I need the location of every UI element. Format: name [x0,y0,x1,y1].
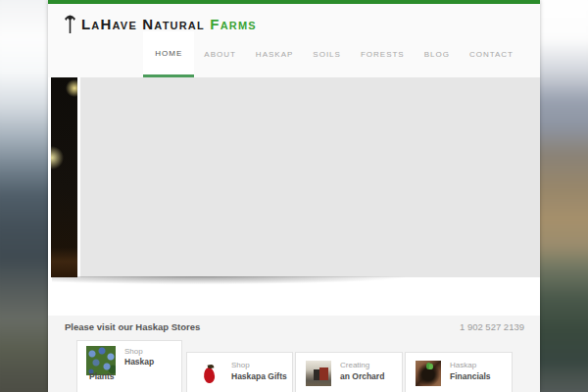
nav-item-contact[interactable]: Contact [460,31,523,77]
seedling-hands-image [416,361,441,386]
berry-stem [208,364,215,368]
store-card-title: an Orchard [340,371,384,381]
site-header: LaHave Natural Farms Home About Haskap S… [48,4,540,77]
phone-number: 1 902 527 2139 [460,321,524,332]
logo-text: LaHave Natural Farms [81,16,257,32]
store-card-label: Creating [340,361,369,369]
store-card-title: Haskap [124,357,154,367]
store-card-haskapa-gifts[interactable]: Shop Haskapa Gifts [186,352,293,392]
store-card-title-wrap: Plants [89,371,115,381]
hero-drop-shadow [52,276,536,287]
berry-shape [203,367,216,383]
nav-item-home[interactable]: Home [143,31,194,77]
store-card-label: Shop [231,361,250,369]
red-berry-image [197,361,222,386]
store-card-label: Haskap [450,361,476,369]
store-card-title: Haskapa Gifts [231,371,287,381]
main-nav: Home About Haskap Soils Forests Blog Con… [143,31,540,77]
hero-slide-previous-photo [51,77,77,277]
orchard-photo-image [306,361,331,386]
nav-item-forests[interactable]: Forests [351,31,415,77]
sprout-leaf-2 [429,364,433,369]
hero-slider[interactable] [48,77,540,287]
nav-item-blog[interactable]: Blog [415,31,460,77]
store-card-title: Financials [450,371,491,381]
stores-heading: Please visit our Haskap Stores [65,321,200,332]
logo-text-accent: Farms [210,16,257,32]
tree-icon [64,13,81,34]
store-card-label: Shop [124,347,143,356]
store-card-creating-an-orchard[interactable]: Creating an Orchard [295,352,403,392]
stores-section: Please visit our Haskap Stores 1 902 527… [48,316,540,392]
store-card-haskap-plants[interactable]: Shop Haskap Plants [76,340,182,392]
nav-item-soils[interactable]: Soils [303,31,351,77]
page-content-column: LaHave Natural Farms Home About Haskap S… [48,0,540,392]
store-card-haskap-financials[interactable]: Haskap Financials [405,352,513,392]
orchard-tractor [319,368,328,380]
logo-text-primary: LaHave Natural [81,16,205,32]
nav-item-about[interactable]: About [194,31,246,77]
hero-slide-placeholder [80,77,540,277]
nav-item-haskap[interactable]: Haskap [246,31,303,77]
